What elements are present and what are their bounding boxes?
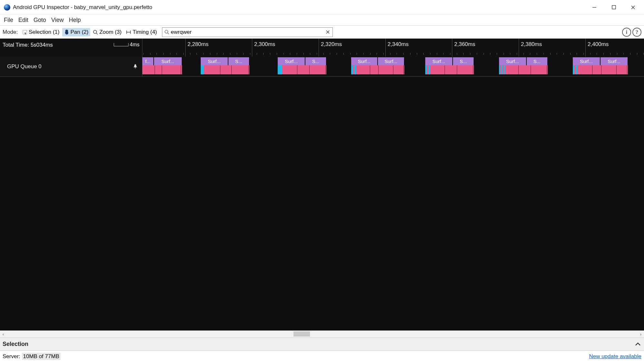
event-sub[interactable] — [573, 65, 628, 74]
svg-point-5 — [93, 30, 97, 33]
maximize-button[interactable] — [604, 0, 623, 14]
menu-edit[interactable]: Edit — [16, 15, 31, 25]
pin-icon[interactable] — [133, 64, 138, 69]
search-input[interactable] — [171, 29, 325, 35]
toolbar: Mode: Selection (1)Pan (2)Zoom (3)Timing… — [0, 26, 644, 39]
event-bar[interactable]: Surf... — [499, 57, 526, 65]
mode-timing-button[interactable]: Timing (4) — [124, 28, 159, 36]
search-box[interactable]: ✕ — [162, 27, 333, 37]
ruler[interactable]: Total Time: 5s034ms 4ms 2,280ms2,300ms2,… — [0, 39, 644, 57]
event-sub[interactable] — [278, 65, 326, 74]
server-status: Server: 10MB of 77MB — [3, 353, 61, 360]
event-bar[interactable]: Surf... — [351, 57, 378, 65]
event-bar[interactable]: Surf... — [154, 57, 182, 65]
event-bar[interactable]: Surf... — [378, 57, 404, 65]
chevron-up-icon[interactable] — [634, 341, 641, 348]
scroll-right-icon[interactable]: › — [638, 331, 644, 338]
ruler-info: Total Time: 5s034ms 4ms — [0, 39, 142, 57]
minimize-button[interactable] — [585, 0, 604, 14]
track-header[interactable]: GPU Queue 0 — [0, 57, 142, 76]
event-bar[interactable]: Surf... — [201, 57, 228, 65]
total-time: Total Time: 5s034ms — [3, 42, 53, 48]
event-sub[interactable] — [201, 65, 249, 74]
mode-pan-button[interactable]: Pan (2) — [62, 28, 91, 36]
event-sub[interactable] — [142, 65, 182, 74]
selection-panel[interactable]: Selection — [0, 338, 644, 350]
help-button[interactable]: ? — [632, 28, 641, 37]
selection-icon — [22, 30, 27, 35]
timeline-empty[interactable] — [0, 77, 644, 330]
window-title: Android GPU Inspector - baby_marvel_unit… — [13, 4, 152, 11]
clear-search-icon[interactable]: ✕ — [325, 29, 331, 35]
status-bar: Server: 10MB of 77MB New update availabl… — [0, 350, 644, 362]
app-icon — [4, 4, 10, 11]
pan-icon — [64, 30, 69, 35]
event-bar[interactable]: S... — [305, 57, 326, 65]
ruler-ticks[interactable]: 2,280ms2,300ms2,320ms2,340ms2,360ms2,380… — [142, 39, 644, 57]
timing-icon — [126, 30, 131, 35]
menu-bar: FileEditGotoViewHelp — [0, 15, 644, 26]
event-bar[interactable]: S... — [228, 57, 249, 65]
track-content[interactable]: f...Surf...Surf...S...Surf...S...Surf...… — [142, 57, 644, 76]
h-scrollbar[interactable]: ‹ › — [0, 330, 644, 338]
event-bar[interactable]: Surf... — [278, 57, 305, 65]
svg-line-6 — [96, 33, 98, 34]
scroll-track[interactable] — [6, 331, 638, 338]
svg-point-10 — [165, 30, 168, 33]
mode-label: Mode: — [3, 29, 18, 35]
event-sub[interactable] — [425, 65, 474, 74]
event-bar[interactable]: f... — [142, 57, 154, 65]
menu-help[interactable]: Help — [66, 15, 83, 25]
event-bar[interactable]: S... — [453, 57, 474, 65]
scroll-thumb[interactable] — [293, 331, 310, 337]
mode-zoom-button[interactable]: Zoom (3) — [91, 28, 123, 36]
mode-selection-button[interactable]: Selection (1) — [20, 28, 61, 36]
event-sub[interactable] — [499, 65, 548, 74]
event-bar[interactable]: S... — [527, 57, 548, 65]
title-bar[interactable]: Android GPU Inspector - baby_marvel_unit… — [0, 0, 644, 15]
track-name: GPU Queue 0 — [7, 63, 42, 70]
event-sub[interactable] — [351, 65, 404, 74]
event-bar[interactable]: Surf... — [425, 57, 453, 65]
scale-indicator: 4ms — [114, 42, 139, 48]
timeline[interactable]: Total Time: 5s034ms 4ms 2,280ms2,300ms2,… — [0, 39, 644, 330]
svg-line-11 — [168, 33, 169, 34]
track-row: GPU Queue 0 f...Surf...Surf...S...Surf..… — [0, 57, 644, 77]
menu-file[interactable]: File — [1, 15, 16, 25]
event-bar[interactable]: Surf... — [601, 57, 628, 65]
menu-view[interactable]: View — [49, 15, 66, 25]
update-link[interactable]: New update available — [589, 353, 641, 360]
scroll-left-icon[interactable]: ‹ — [0, 331, 6, 338]
search-icon — [164, 30, 169, 35]
svg-rect-1 — [612, 5, 616, 9]
info-button[interactable]: i — [622, 28, 631, 37]
selection-label: Selection — [3, 341, 28, 348]
close-button[interactable] — [623, 0, 643, 14]
event-bar[interactable]: Surf... — [573, 57, 600, 65]
zoom-icon — [93, 30, 98, 35]
menu-goto[interactable]: Goto — [31, 15, 49, 25]
